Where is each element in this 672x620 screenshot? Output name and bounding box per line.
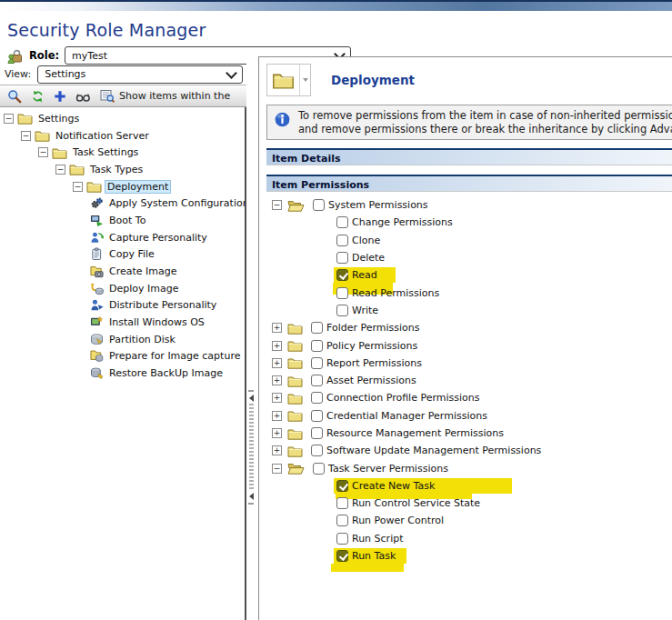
tree-item-deploy-image[interactable]: Deploy Image bbox=[0, 280, 245, 297]
show-items-button[interactable]: Show items within the bbox=[100, 89, 230, 104]
add-button[interactable] bbox=[54, 90, 66, 103]
tree-expander-collapse-icon[interactable]: − bbox=[4, 114, 14, 124]
tree-expander-expand-icon[interactable]: + bbox=[272, 323, 282, 333]
tree-expander-collapse-icon[interactable]: − bbox=[21, 131, 31, 141]
tree-expander-expand-icon[interactable]: + bbox=[272, 341, 282, 351]
checkbox-clone[interactable] bbox=[336, 235, 348, 246]
permission-entry: Write bbox=[334, 303, 381, 318]
checkbox-run-task[interactable] bbox=[336, 550, 348, 562]
info-line-1: To remove permissions from the item in c… bbox=[298, 109, 672, 122]
tree-item-notification-server[interactable]: −Notification Server bbox=[0, 127, 245, 145]
permission-label: Run Script bbox=[352, 533, 404, 545]
permission-task-server-permissions[interactable]: −Task Server Permissions bbox=[266, 459, 672, 476]
checkbox-delete[interactable] bbox=[336, 252, 348, 264]
permission-read-permissions[interactable]: Read Permissions bbox=[266, 284, 672, 301]
checkbox-run-script[interactable] bbox=[336, 533, 348, 545]
view-options-button[interactable] bbox=[75, 90, 91, 103]
tree-expander-expand-icon[interactable]: + bbox=[272, 375, 282, 385]
tree-item-install-windows-os[interactable]: Install Windows OS bbox=[0, 314, 245, 331]
tree-item-apply-system-configuration[interactable]: Apply System Configuration bbox=[0, 195, 245, 212]
tree-item-deployment[interactable]: −Deployment bbox=[0, 178, 245, 195]
checkbox-read[interactable] bbox=[336, 269, 348, 281]
checkbox-connection-profile-permissions[interactable] bbox=[311, 392, 323, 404]
splitter-grip[interactable] bbox=[247, 389, 255, 505]
permission-read[interactable]: Read bbox=[266, 266, 672, 284]
checkbox-resource-management-permissions[interactable] bbox=[311, 427, 323, 439]
tree-expander-expand-icon[interactable]: + bbox=[272, 411, 282, 421]
info-message-text: To remove permissions from the item in c… bbox=[298, 109, 672, 135]
permission-connection-profile-permissions[interactable]: +Connection Profile Permissions bbox=[266, 389, 672, 406]
tree-item-restore-backup-image[interactable]: Restore BackUp Image bbox=[0, 365, 245, 382]
permission-folder-permissions[interactable]: +Folder Permissions bbox=[266, 319, 672, 336]
item-icon-button[interactable] bbox=[266, 64, 311, 96]
splitter-collapse-arrow-icon[interactable] bbox=[249, 395, 254, 402]
checkbox-create-new-task[interactable] bbox=[336, 480, 348, 492]
permission-policy-permissions[interactable]: +Policy Permissions bbox=[266, 336, 672, 354]
checkbox-report-permissions[interactable] bbox=[311, 357, 323, 369]
tree-item-label: Capture Personality bbox=[107, 232, 209, 244]
search-button[interactable] bbox=[7, 89, 22, 104]
tree-item-task-settings[interactable]: −Task Settings bbox=[0, 144, 245, 161]
tree-item-label: Boot To bbox=[107, 215, 147, 226]
permission-label: Run Task bbox=[352, 550, 396, 562]
tree-item-settings[interactable]: −Settings bbox=[0, 110, 245, 127]
permission-run-control-service-state[interactable]: Run Control Service State bbox=[266, 495, 672, 512]
refresh-button[interactable] bbox=[31, 89, 45, 104]
splitter-collapse-arrow-icon[interactable] bbox=[249, 493, 254, 500]
permission-run-script[interactable]: Run Script bbox=[266, 530, 672, 547]
tree-expander-collapse-icon[interactable]: − bbox=[272, 464, 282, 474]
permission-credential-manager-permissions[interactable]: +Credential Manager Permissions bbox=[266, 407, 672, 425]
item-icon-dropdown[interactable] bbox=[299, 65, 310, 95]
tree-item-distribute-personality[interactable]: Distribute Personality bbox=[0, 297, 245, 315]
panel-splitter[interactable] bbox=[246, 64, 258, 620]
checkbox-write[interactable] bbox=[336, 305, 348, 316]
tree-item-boot-to[interactable]: Boot To bbox=[0, 212, 245, 229]
folder-icon bbox=[17, 112, 33, 125]
permission-clone[interactable]: Clone bbox=[266, 232, 672, 249]
permission-label: Read bbox=[352, 269, 377, 281]
checkbox-policy-permissions[interactable] bbox=[311, 340, 323, 352]
permission-resource-management-permissions[interactable]: +Resource Management Permissions bbox=[266, 425, 672, 442]
checkbox-read-permissions[interactable] bbox=[336, 287, 348, 299]
permission-software-update-management-permissions[interactable]: +Software Update Management Permissions bbox=[266, 442, 672, 459]
permission-write[interactable]: Write bbox=[266, 302, 672, 319]
tree-expander-expand-icon[interactable]: + bbox=[272, 428, 282, 438]
permission-create-new-task[interactable]: Create New Task bbox=[266, 477, 672, 495]
permission-run-task[interactable]: Run Task bbox=[266, 547, 672, 565]
tree-expander-expand-icon[interactable]: + bbox=[272, 358, 282, 368]
tree-item-task-types[interactable]: −Task Types bbox=[0, 161, 245, 178]
checkbox-credential-manager-permissions[interactable] bbox=[311, 410, 323, 422]
section-header-item-details[interactable]: Item Details bbox=[266, 148, 672, 165]
tree-expander-expand-icon[interactable]: + bbox=[272, 393, 282, 403]
checkbox-folder-permissions[interactable] bbox=[311, 322, 323, 334]
main-split: View: Settings bbox=[0, 64, 672, 620]
tree-item-label: Copy File bbox=[107, 248, 156, 260]
tree-item-create-image[interactable]: Create Image bbox=[0, 263, 245, 280]
glasses-icon bbox=[75, 90, 91, 103]
section-header-item-permissions[interactable]: Item Permissions bbox=[266, 175, 672, 192]
checkbox-asset-permissions[interactable] bbox=[311, 375, 323, 386]
tree-expander-expand-icon[interactable]: + bbox=[272, 445, 282, 455]
tree-item-copy-file[interactable]: Copy File bbox=[0, 246, 245, 264]
checkbox-change-permissions[interactable] bbox=[336, 216, 348, 228]
checkbox-run-power-control[interactable] bbox=[336, 515, 348, 526]
permission-run-power-control[interactable]: Run Power Control bbox=[266, 512, 672, 529]
permission-asset-permissions[interactable]: +Asset Permissions bbox=[266, 372, 672, 389]
tree-item-capture-personality[interactable]: Capture Personality bbox=[0, 229, 245, 246]
tree-item-prepare-for-image-capture[interactable]: Prepare for Image capture bbox=[0, 348, 245, 365]
view-select[interactable]: Settings bbox=[37, 65, 243, 84]
tree-expander-collapse-icon[interactable]: − bbox=[55, 165, 65, 175]
permission-label: Asset Permissions bbox=[326, 375, 416, 386]
checkbox-run-control-service-state[interactable] bbox=[336, 497, 348, 509]
permission-change-permissions[interactable]: Change Permissions bbox=[266, 214, 672, 231]
permission-delete[interactable]: Delete bbox=[266, 249, 672, 266]
permission-report-permissions[interactable]: +Report Permissions bbox=[266, 355, 672, 372]
checkbox-system-permissions[interactable] bbox=[313, 199, 325, 211]
permission-system-permissions[interactable]: −System Permissions bbox=[266, 196, 672, 214]
checkbox-task-server-permissions[interactable] bbox=[313, 463, 325, 475]
checkbox-software-update-management-permissions[interactable] bbox=[311, 445, 323, 456]
tree-expander-collapse-icon[interactable]: − bbox=[272, 200, 282, 210]
tree-item-partition-disk[interactable]: Partition Disk bbox=[0, 331, 245, 348]
tree-expander-collapse-icon[interactable]: − bbox=[38, 147, 48, 157]
tree-expander-collapse-icon[interactable]: − bbox=[73, 182, 83, 192]
